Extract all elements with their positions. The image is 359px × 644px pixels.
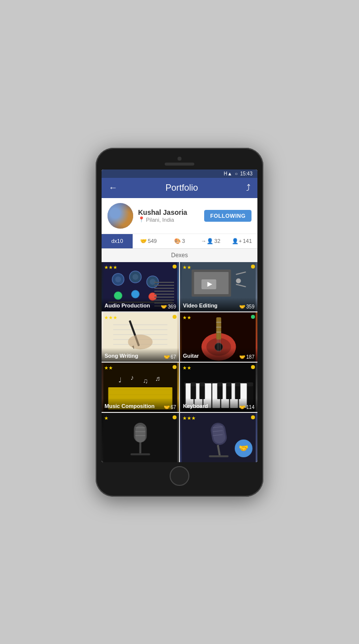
svg-text:♪: ♪ [131,373,134,381]
profile-section: Kushal Jasoria 📍 Pilani, India FOLLOWING [102,198,257,234]
keyboard-status-dot [251,365,255,369]
svg-text:♫: ♫ [143,377,148,385]
wing-icon4: 🤝 [239,354,245,360]
wing-icon5: 🤝 [164,405,170,410]
audio-overlay: Audio Production 🤝 369 [102,298,179,311]
wing-icon: 🤝 [161,304,167,309]
tab-dx10[interactable]: dx10 [102,234,133,248]
guitar-stars: ★★ [182,315,191,320]
app-header: ← Portfolio ⤴ [102,178,257,198]
songwriting-status-dot [173,315,177,319]
wing-icon3: 🤝 [164,354,170,360]
songwriting-count: 🤝 67 [164,354,176,360]
dex-icon: 🤝 [140,238,147,244]
mic2-status-dot [251,415,255,419]
svg-point-4 [133,274,139,280]
music-status-dot [173,365,177,369]
wing-icon6: 🤝 [239,405,245,410]
signal-icon: H▲ [224,171,232,176]
mic1-status-dot [173,415,177,419]
following-icon: →👤 [201,238,214,244]
video-status-dot [251,265,255,269]
profile-name: Kushal Jasoria [138,208,199,216]
share-button[interactable]: ⤴ [246,183,251,193]
svg-text:♩: ♩ [118,376,122,384]
list-item[interactable]: ★★ Video Editing 🤝 359 [180,262,257,311]
mic1-stars: ★ [104,415,108,421]
page-title: Portfolio [165,183,198,193]
mic2-stars: ★★★ [182,415,196,421]
guitar-overlay: Guitar 🤝 187 [180,348,257,362]
svg-rect-66 [134,423,147,442]
phone-device: H▲ ○ 15:43 ← Portfolio ⤴ Kushal Jasoria … [96,148,263,497]
time-display: 15:43 [240,171,252,176]
audio-status-dot [173,265,177,269]
back-button[interactable]: ← [108,183,117,193]
keyboard-overlay: Keyboard 🤝 114 [180,398,257,412]
guitar-count: 🤝 187 [239,354,254,360]
music-stars: ★★ [104,365,113,371]
profile-info: Kushal Jasoria 📍 Pilani, India [138,208,199,223]
list-item[interactable]: ★ [102,413,179,462]
tab-followers[interactable]: 👤+ 141 [226,234,257,248]
phone-screen: H▲ ○ 15:43 ← Portfolio ⤴ Kushal Jasoria … [102,169,257,462]
home-button[interactable] [170,466,189,486]
list-item[interactable]: ♩ ♪ ♫ ♬ ★★ Music Composition 🤝 67 [102,363,179,412]
avatar-image [108,203,133,229]
keyboard-stars: ★★ [182,365,191,371]
music-title: Music Composition [105,403,154,409]
songwriting-overlay: Song Writing 🤝 67 [102,348,179,362]
following-button[interactable]: FOLLOWING [204,210,251,222]
video-stars: ★★ [182,265,191,270]
status-bar: H▲ ○ 15:43 [102,169,257,178]
svg-rect-68 [131,453,150,455]
video-count: 🤝 359 [239,304,254,309]
audio-title: Audio Production [105,303,150,308]
dexes-section-label: Dexes [102,249,257,262]
keyboard-count: 🤝 114 [239,405,254,410]
tab-bar: dx10 🤝 549 🎨 3 →👤 32 👤+ 141 [102,234,257,249]
svg-text:♬: ♬ [155,374,161,382]
svg-rect-63 [184,382,253,386]
avatar[interactable] [108,203,133,229]
svg-rect-76 [209,455,229,457]
phone-camera [178,157,181,161]
wing-icon2: 🤝 [239,304,245,309]
music-count: 🤝 67 [164,405,176,410]
svg-point-2 [115,276,121,282]
list-item[interactable]: ★★★ 🤝 [180,413,257,462]
music-overlay: Music Composition 🤝 67 [102,398,179,412]
dexes-grid: ★★★ Audio Production 🤝 369 [102,262,257,462]
guitar-title: Guitar [183,353,199,359]
guitar-status-dot [251,315,255,319]
svg-point-27 [128,335,153,349]
audio-stars: ★★★ [104,265,117,270]
list-item[interactable]: ★★ Keyboard 🤝 114 [180,363,257,412]
mic1-visual [102,413,179,462]
svg-point-6 [150,279,156,285]
location-icon: 📍 [138,216,145,223]
list-item[interactable]: ★★★ Audio Production 🤝 369 [102,262,179,311]
songwriting-title: Song Writing [105,353,138,359]
tab-portfolio[interactable]: 🎨 3 [164,234,195,248]
songwriting-stars: ★★★ [104,315,117,320]
video-overlay: Video Editing 🤝 359 [180,298,257,311]
tab-following[interactable]: →👤 32 [195,234,226,248]
mic1-bg [102,413,179,462]
tab-dex[interactable]: 🤝 549 [133,234,164,248]
list-item[interactable]: ★★ Guitar 🤝 187 [180,312,257,362]
svg-point-16 [236,278,241,283]
wifi-icon: ○ [235,171,238,176]
handshake-fab-button[interactable]: 🤝 [235,440,252,457]
profile-location: 📍 Pilani, India [138,216,199,223]
svg-rect-67 [140,442,142,455]
phone-speaker [165,163,194,166]
keyboard-title: Keyboard [183,403,208,409]
list-item[interactable]: ★★★ Song Writing 🤝 67 [102,312,179,362]
audio-count: 🤝 369 [161,304,176,309]
svg-point-8 [132,290,140,298]
portfolio-icon: 🎨 [174,238,181,244]
video-title: Video Editing [183,303,217,308]
followers-icon: 👤+ [232,238,242,244]
